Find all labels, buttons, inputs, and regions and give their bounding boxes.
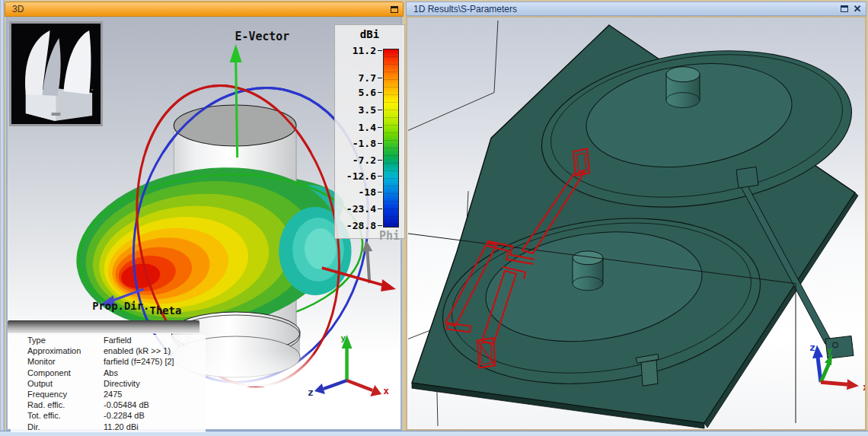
- restore-icon: [391, 6, 398, 13]
- colorbar-tick: -7.2: [335, 156, 376, 164]
- restore-button[interactable]: [840, 5, 849, 14]
- colorbar-tick: 3.5: [335, 106, 376, 114]
- theta-label: Theta: [150, 304, 182, 317]
- table-row: Tot. effic.-0.2284 dB: [11, 410, 206, 421]
- axis-x-label: x: [863, 381, 865, 393]
- antenna-thumbnail: [9, 21, 103, 126]
- table-row: ComponentAbs: [11, 368, 206, 378]
- table-row: Monitorfarfield (f=2475) [2]: [11, 356, 206, 367]
- restore-button[interactable]: [390, 5, 399, 14]
- table-row: Rad. effic.-0.05484 dB: [11, 399, 206, 410]
- table-row: Approximationenabled (kR >> 1): [11, 345, 206, 356]
- farfield-window-titlebar[interactable]: 3D: [5, 2, 404, 17]
- model-window-titlebar[interactable]: 1D Results\S-Parameters ✕: [406, 2, 866, 16]
- colorbar: dBi 11.2 7.7 5.6 3.5 1.4 -1.8 -7.2 -12.6…: [334, 24, 405, 239]
- model-3d-window: 1D Results\S-Parameters ✕: [406, 2, 866, 431]
- e-vector-label: E-Vector: [235, 30, 290, 43]
- axis-x-label: x: [383, 385, 389, 396]
- colorbar-tick: 5.6: [335, 88, 376, 97]
- axis-z-label: z: [809, 342, 815, 353]
- prop-dir-label: Prop.Dir.: [92, 300, 149, 312]
- colorbar-unit: dBi: [335, 28, 404, 40]
- application-workspace: 3D: [0, 0, 868, 436]
- farfield-info-table: TypeFarfield Approximationenabled (kR >>…: [11, 335, 206, 432]
- colorbar-tick: 7.7: [335, 74, 376, 82]
- colorbar-tick: -12.6: [335, 172, 376, 180]
- phi-axis-label: Phi: [379, 229, 400, 243]
- table-row: TypeFarfield: [11, 335, 206, 345]
- axis-z-label: z: [308, 387, 314, 398]
- table-row: OutputDirectivity: [11, 378, 206, 389]
- close-icon: ✕: [854, 5, 862, 13]
- table-row: Frequency2475: [11, 389, 206, 399]
- colorbar-tick: -1.8: [335, 139, 376, 148]
- colorbar-tick: 1.4: [335, 123, 376, 132]
- farfield-window-title: 3D: [5, 4, 390, 14]
- close-button[interactable]: ✕: [853, 5, 862, 14]
- farfield-3d-window: 3D: [5, 2, 404, 431]
- axis-y-label: y: [827, 345, 832, 356]
- upper-disc-pin: [666, 67, 700, 108]
- model-window-title: 1D Results\S-Parameters: [407, 4, 840, 14]
- table-row: Dir.11.20 dBi: [11, 422, 206, 432]
- model-3d-viewport[interactable]: z y x: [406, 16, 866, 431]
- colorbar-tick: -18: [335, 188, 376, 196]
- colorbar-tick: 11.2: [335, 46, 376, 55]
- axis-y-label: y: [341, 333, 346, 343]
- colorbar-tick: -23.4: [335, 205, 376, 213]
- colorbar-gradient: [383, 49, 399, 228]
- restore-icon: [841, 5, 848, 12]
- info-panel-header: [8, 320, 199, 334]
- colorbar-tick: -28.8: [335, 221, 376, 230]
